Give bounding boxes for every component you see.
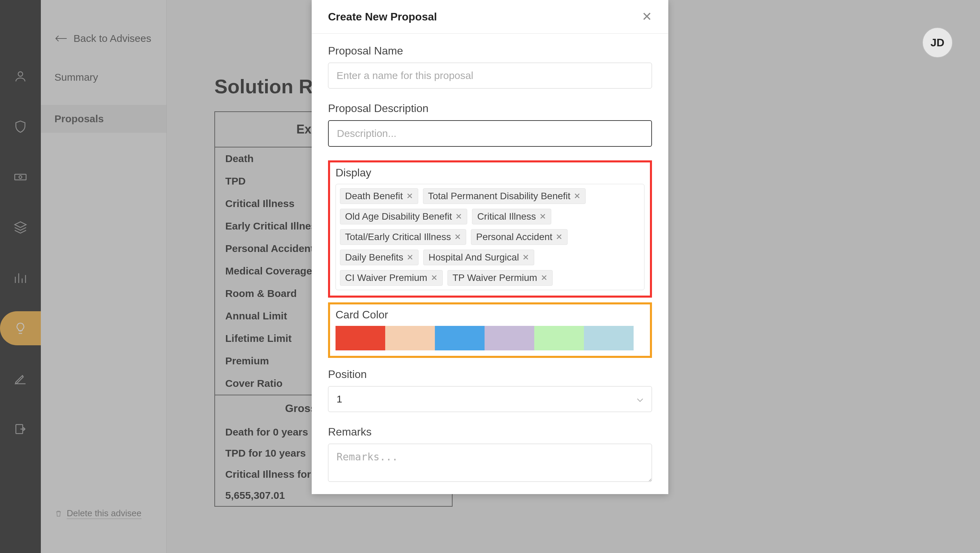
avatar[interactable]: JD <box>922 27 953 58</box>
display-tag[interactable]: Hospital And Surgical✕ <box>423 250 534 265</box>
position-select[interactable]: 1 <box>328 386 652 412</box>
position-label: Position <box>328 368 652 381</box>
tag-remove-icon[interactable]: ✕ <box>454 232 461 242</box>
proposal-description-label: Proposal Description <box>328 102 652 115</box>
proposal-description-group: Proposal Description <box>328 102 652 147</box>
color-swatch-lavender[interactable] <box>485 326 534 351</box>
color-swatch-blue[interactable] <box>435 326 485 351</box>
tag-remove-icon[interactable]: ✕ <box>541 273 547 283</box>
card-color-highlight: Card Color <box>328 302 652 358</box>
tag-remove-icon[interactable]: ✕ <box>574 191 581 201</box>
remarks-group: Remarks <box>328 426 652 483</box>
display-label: Display <box>336 167 644 179</box>
proposal-name-label: Proposal Name <box>328 45 652 57</box>
display-tag[interactable]: Total Permanent Disability Benefit✕ <box>423 188 586 204</box>
color-swatch-peach[interactable] <box>385 326 435 351</box>
remarks-input[interactable] <box>328 444 652 482</box>
color-swatches <box>336 326 644 351</box>
display-highlight: Display Death Benefit✕ Total Permanent D… <box>328 160 652 298</box>
color-swatch-green[interactable] <box>534 326 584 351</box>
color-swatch-lightblue[interactable] <box>584 326 633 351</box>
create-proposal-modal: Create New Proposal ✕ Proposal Name Prop… <box>312 0 668 494</box>
chevron-down-icon <box>637 393 643 405</box>
display-tag[interactable]: Total/Early Critical Illness✕ <box>340 229 466 245</box>
tag-remove-icon[interactable]: ✕ <box>407 253 414 262</box>
modal-header: Create New Proposal ✕ <box>312 0 668 34</box>
display-tag[interactable]: TP Waiver Permium✕ <box>447 270 553 286</box>
display-tag[interactable]: Critical Illness✕ <box>472 209 551 225</box>
position-value: 1 <box>337 393 342 405</box>
close-icon[interactable]: ✕ <box>642 10 652 24</box>
tag-remove-icon[interactable]: ✕ <box>522 253 529 262</box>
display-tag[interactable]: Personal Accident✕ <box>471 229 568 245</box>
display-tag[interactable]: Daily Benefits✕ <box>340 250 418 265</box>
tag-remove-icon[interactable]: ✕ <box>406 191 413 201</box>
display-tags-container[interactable]: Death Benefit✕ Total Permanent Disabilit… <box>336 184 644 290</box>
position-group: Position 1 <box>328 368 652 412</box>
avatar-initials: JD <box>931 37 945 49</box>
proposal-description-input[interactable] <box>328 120 652 147</box>
tag-remove-icon[interactable]: ✕ <box>556 232 563 242</box>
modal-title: Create New Proposal <box>328 11 437 23</box>
display-tag[interactable]: CI Waiver Premium✕ <box>340 270 443 286</box>
display-tag[interactable]: Death Benefit✕ <box>340 188 418 204</box>
tag-remove-icon[interactable]: ✕ <box>539 212 546 222</box>
proposal-name-group: Proposal Name <box>328 45 652 89</box>
proposal-name-input[interactable] <box>328 63 652 89</box>
tag-remove-icon[interactable]: ✕ <box>455 212 462 222</box>
tag-remove-icon[interactable]: ✕ <box>431 273 438 283</box>
modal-body: Proposal Name Proposal Description Displ… <box>312 34 668 494</box>
remarks-label: Remarks <box>328 426 652 438</box>
display-tag[interactable]: Old Age Disability Benefit✕ <box>340 209 467 225</box>
color-swatch-red[interactable] <box>336 326 385 351</box>
card-color-label: Card Color <box>336 309 644 321</box>
